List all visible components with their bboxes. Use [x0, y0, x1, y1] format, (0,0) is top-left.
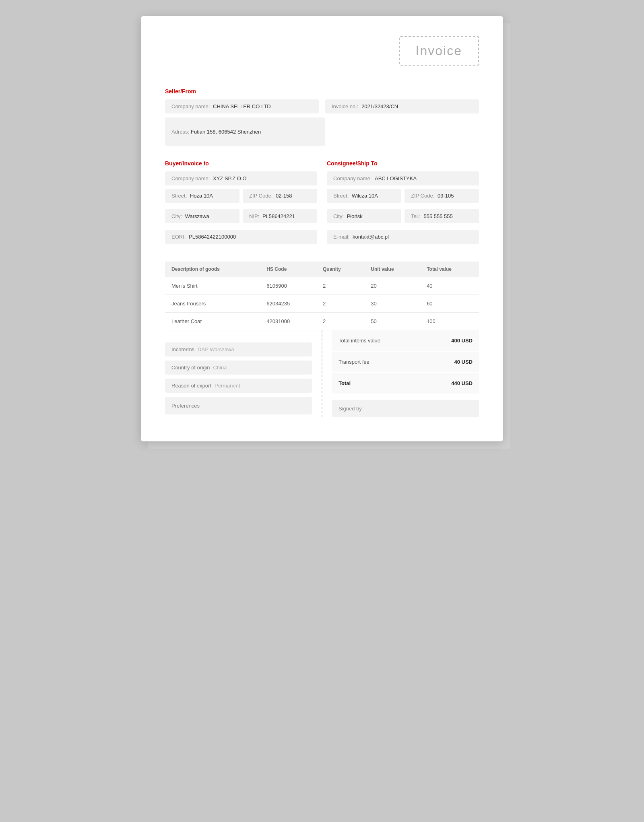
cell-unit-value: 50	[364, 313, 420, 330]
buyer-eori-box: EORI: PL58642422100000	[165, 230, 317, 244]
document-wrapper: Invoice Seller/From Company name: CHINA …	[141, 16, 503, 441]
buyer-company-value: XYZ SP.Z O.O	[213, 175, 247, 181]
seller-company-value: CHINA SELLER CO LTD	[213, 103, 271, 109]
cell-description: Jeans trousers	[165, 295, 260, 313]
buyer-city-label: City:	[171, 213, 182, 219]
col-hscode: HS Code	[260, 262, 316, 277]
consignee-city-box: City: Płońsk	[327, 209, 401, 223]
incoterms-label: Incoterms	[171, 346, 194, 352]
transport-row: Transport fee 40 USD	[332, 352, 479, 372]
seller-address-label: Adress:	[171, 129, 189, 135]
cell-unit-value: 20	[364, 277, 420, 295]
cell-quantity: 2	[316, 277, 364, 295]
cell-hscode: 62034235	[260, 295, 316, 313]
consignee-city-label: City:	[333, 213, 344, 219]
invoice-number-label: Invoice no.:	[332, 103, 359, 109]
invoice-title: Invoice	[416, 43, 462, 58]
col-description: Description of goods	[165, 262, 260, 277]
consignee-col: Consignee/Ship To Company name: ABC LOGI…	[327, 160, 479, 247]
grand-total-value: 440 USD	[451, 380, 473, 386]
seller-address-value: Futian 158, 606542 Shenzhen	[191, 129, 261, 135]
consignee-tel-value: 555 555 555	[423, 213, 452, 219]
consignee-street-value: Wilcza 10A	[352, 193, 378, 199]
buyer-street-value: Hoża 10A	[190, 193, 213, 199]
reason-label: Reason of export	[171, 383, 211, 389]
cell-quantity: 2	[316, 313, 364, 330]
buyer-city-value: Warszawa	[185, 213, 209, 219]
cell-hscode: 6105900	[260, 277, 316, 295]
invoice-title-box: Invoice	[399, 36, 479, 66]
preferences-box: Preferences	[165, 397, 312, 414]
left-fields: Incoterms DAP Warszawa Country of origin…	[165, 330, 312, 417]
seller-address-box: Adress: Futian 158, 606542 Shenzhen	[165, 117, 325, 146]
signed-by-box: Signed by	[332, 400, 479, 417]
consignee-label: Consignee/Ship To	[327, 160, 479, 167]
grand-total-label: Total	[339, 380, 351, 386]
consignee-zip-label: ZIP Code:	[411, 193, 434, 199]
buyer-city-box: City: Warszawa	[165, 209, 239, 223]
seller-section: Seller/From Company name: CHINA SELLER C…	[165, 88, 479, 146]
transport-label: Transport fee	[339, 359, 369, 365]
invoice-number-box: Invoice no.: 2021/32423/CN	[325, 99, 479, 113]
invoice-page: Invoice Seller/From Company name: CHINA …	[141, 16, 503, 441]
buyer-zip-label: ZIP Code:	[249, 193, 272, 199]
buyer-zip-value: 02-158	[276, 193, 292, 199]
consignee-zip-value: 09-105	[438, 193, 454, 199]
items-total-value: 400 USD	[451, 338, 473, 344]
col-total-value: Total value	[420, 262, 479, 277]
cell-quantity: 2	[316, 295, 364, 313]
reason-box: Reason of export Permanent	[165, 379, 312, 393]
buyer-label: Buyer/Invoice to	[165, 160, 317, 167]
consignee-zip-box: ZIP Code: 09-105	[405, 189, 479, 203]
buyer-consignee-row: Buyer/Invoice to Company name: XYZ SP.Z …	[165, 160, 479, 247]
consignee-tel-label: Tel.:	[411, 213, 421, 219]
signed-by-label: Signed by	[339, 406, 362, 412]
items-total-label: Total intems value	[339, 338, 380, 344]
table-header-row: Description of goods HS Code Quanity Uni…	[165, 262, 479, 277]
consignee-email-label: E-mail:	[333, 234, 349, 240]
consignee-company-box: Company name: ABC LOGISTYKA	[327, 171, 479, 185]
grand-total-row: Total 440 USD	[332, 373, 479, 393]
cell-description: Men's Shirt	[165, 277, 260, 295]
table-row: Leather Coat 42031000 2 50 100	[165, 313, 479, 330]
transport-value: 40 USD	[454, 359, 473, 365]
buyer-zip-box: ZIP Code: 02-158	[243, 189, 317, 203]
consignee-company-label: Company name:	[333, 175, 372, 181]
consignee-email-box: E-mail: kontakt@abc.pl	[327, 230, 479, 244]
invoice-number-value: 2021/32423/CN	[361, 103, 398, 109]
incoterms-box: Incoterms DAP Warszawa	[165, 342, 312, 356]
table-row: Men's Shirt 6105900 2 20 40	[165, 277, 479, 295]
buyer-nip-value: PL586424221	[262, 213, 295, 219]
table-row: Jeans trousers 62034235 2 30 60	[165, 295, 479, 313]
origin-box: Country of origin China	[165, 361, 312, 375]
buyer-street-label: Street:	[171, 193, 187, 199]
items-total-row: Total intems value 400 USD	[332, 330, 479, 351]
cell-total-value: 60	[420, 295, 479, 313]
consignee-street-label: Street:	[333, 193, 349, 199]
consignee-city-value: Płońsk	[347, 213, 363, 219]
cell-description: Leather Coat	[165, 313, 260, 330]
buyer-col: Buyer/Invoice to Company name: XYZ SP.Z …	[165, 160, 317, 247]
consignee-tel-box: Tel.: 555 555 555	[405, 209, 479, 223]
cell-hscode: 42031000	[260, 313, 316, 330]
col-unit-value: Unit value	[364, 262, 420, 277]
reason-value: Permanent	[215, 383, 240, 389]
consignee-company-value: ABC LOGISTYKA	[375, 175, 417, 181]
cell-unit-value: 30	[364, 295, 420, 313]
origin-label: Country of origin	[171, 365, 210, 371]
consignee-email-value: kontakt@abc.pl	[353, 234, 389, 240]
buyer-company-label: Company name:	[171, 175, 210, 181]
seller-company-box: Company name: CHINA SELLER CO LTD	[165, 99, 319, 113]
preferences-label: Preferences	[171, 403, 200, 409]
goods-table: Description of goods HS Code Quanity Uni…	[165, 262, 479, 330]
buyer-eori-value: PL58642422100000	[189, 234, 236, 240]
cell-total-value: 40	[420, 277, 479, 295]
right-totals: Total intems value 400 USD Transport fee…	[322, 330, 479, 417]
consignee-street-box: Street: Wilcza 10A	[327, 189, 401, 203]
bottom-section: Incoterms DAP Warszawa Country of origin…	[165, 330, 479, 417]
buyer-eori-label: EORI:	[171, 234, 186, 240]
buyer-nip-label: NIP:	[249, 213, 259, 219]
origin-value: China	[213, 365, 227, 371]
buyer-company-box: Company name: XYZ SP.Z O.O	[165, 171, 317, 185]
buyer-nip-box: NIP: PL586424221	[243, 209, 317, 223]
